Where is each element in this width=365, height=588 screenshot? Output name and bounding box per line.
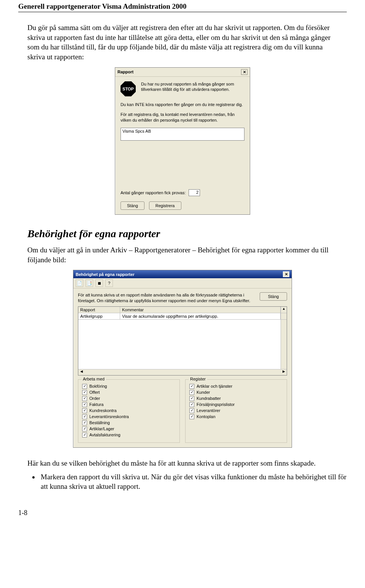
close-button[interactable]: Stäng (121, 201, 144, 210)
register-item[interactable]: ✓Försäljningsprislistor (189, 402, 283, 407)
scroll-up-icon[interactable]: ▲ (281, 307, 287, 313)
checkbox-icon[interactable]: ✓ (189, 390, 194, 395)
scroll-left-icon[interactable]: ◀ (78, 369, 84, 375)
checkbox-icon[interactable]: ✓ (82, 396, 87, 401)
arbeta-label: Bokföring (89, 384, 107, 388)
checkbox-icon[interactable]: ✓ (82, 402, 87, 407)
register-item[interactable]: ✓Kontoplan (189, 414, 283, 419)
section2-intro: Om du väljer att gå in under Arkiv – Rap… (18, 245, 347, 265)
outro-paragraph: Här kan du se vilken behörighet du måste… (18, 458, 347, 468)
dialog-behorighet-info: För att kunna skriva ut en rapport måste… (78, 292, 254, 303)
toolbar-copy-icon[interactable]: 📑 (86, 279, 93, 287)
grid-cell-kommentar: Visar de ackumularade uppgifterna per ar… (120, 313, 281, 319)
arbeta-item[interactable]: ✓Leverantörsreskontra (82, 414, 176, 419)
group-register-title: Register (189, 377, 207, 381)
grid-col-kommentar[interactable]: Kommentar (120, 307, 281, 313)
arbeta-label: Leverantörsreskontra (89, 414, 129, 419)
register-label: Kundrabatter (197, 396, 221, 401)
dialog-rapport: Rapport ✕ STOP Du har nu provat rapporte… (115, 67, 250, 215)
toolbar-help-icon[interactable]: ? (105, 279, 113, 287)
page-number: 1-8 (18, 509, 347, 517)
checkbox-icon[interactable]: ✓ (189, 402, 194, 407)
arbeta-item[interactable]: ✓Avtalsfakturering (82, 433, 176, 437)
register-label: Leverantörer (197, 408, 220, 413)
dialog-rapport-p3: För att registrera dig, ta kontakt med l… (121, 112, 244, 123)
arbeta-label: Offert (89, 390, 100, 395)
dialog-rapport-p2: Du kan INTE köra rapporten fler gånger o… (121, 102, 244, 108)
toolbar-doc-icon[interactable]: 📄 (76, 279, 83, 287)
group-arbeta-med: Arbeta med ✓Bokföring✓Offert✓Order✓Faktu… (78, 379, 180, 443)
count-value: 2 (189, 189, 200, 196)
register-label: Kontoplan (197, 414, 216, 419)
dialog-rapport-title: Rapport (117, 70, 133, 74)
grid-col-rapport[interactable]: Rapport (78, 307, 120, 313)
close-button[interactable]: Stäng (260, 292, 287, 301)
group-arbeta-title: Arbeta med (81, 377, 106, 381)
register-item[interactable]: ✓Kundrabatter (189, 396, 283, 401)
arbeta-label: Kundreskontra (89, 408, 117, 413)
checkbox-icon[interactable]: ✓ (82, 433, 87, 437)
arbeta-label: Artiklar/Lager (89, 426, 114, 431)
checkbox-icon[interactable]: ✓ (82, 420, 87, 425)
arbeta-label: Avtalsfakturering (89, 433, 121, 437)
checkbox-icon[interactable]: ✓ (189, 384, 194, 389)
arbeta-item[interactable]: ✓Artiklar/Lager (82, 426, 176, 431)
close-icon[interactable]: ✕ (241, 69, 248, 75)
arbeta-label: Order (89, 396, 100, 401)
table-row[interactable]: Artikelgrupp Visar de ackumularade uppgi… (78, 313, 287, 320)
grid-cell-rapport: Artikelgrupp (78, 313, 120, 319)
group-register: Register ✓Artiklar och tjänster✓Kunder✓K… (185, 379, 287, 443)
checkbox-icon[interactable]: ✓ (82, 426, 87, 431)
checkbox-icon[interactable]: ✓ (82, 408, 87, 413)
toolbar-stop-icon[interactable]: ⏹ (95, 279, 103, 287)
page-header-title: Generell rapportgenerator Visma Administ… (18, 0, 347, 12)
count-label: Antal gånger rapporten fick provas: (121, 190, 186, 195)
toolbar: 📄 📑 ⏹ ? (73, 278, 292, 288)
header-rule (18, 12, 347, 12)
arbeta-item[interactable]: ✓Faktura (82, 402, 176, 407)
arbeta-item[interactable]: ✓Beställning (82, 420, 176, 425)
outro-bullet-1: Markera den rapport du vill skriva ut. N… (39, 472, 347, 491)
intro-paragraph: Du gör på samma sätt om du väljer att re… (18, 23, 347, 62)
register-label: Försäljningsprislistor (197, 402, 235, 407)
arbeta-item[interactable]: ✓Kundreskontra (82, 408, 176, 413)
arbeta-label: Beställning (89, 420, 110, 425)
arbeta-label: Faktura (89, 402, 103, 407)
vendor-field[interactable]: Visma Spcs AB (121, 128, 244, 141)
register-item[interactable]: ✓Kunder (189, 390, 283, 395)
checkbox-icon[interactable]: ✓ (82, 414, 87, 419)
register-item[interactable]: ✓Leverantörer (189, 408, 283, 413)
checkbox-icon[interactable]: ✓ (189, 408, 194, 413)
dialog-behorighet-title: Behörighet på egna rapporter (76, 272, 135, 277)
checkbox-icon[interactable]: ✓ (82, 384, 87, 389)
reports-grid[interactable]: Rapport Kommentar ▲ Artikelgrupp Visar d… (78, 306, 287, 376)
arbeta-item[interactable]: ✓Bokföring (82, 384, 176, 389)
register-label: Kunder (197, 390, 210, 395)
dialog-behorighet: Behörighet på egna rapporter ✕ 📄 📑 ⏹ ? F… (73, 270, 292, 448)
register-button[interactable]: Registrera (149, 201, 181, 210)
stop-text: Du har nu provat rapporten så många gång… (141, 81, 244, 97)
register-label: Artiklar och tjänster (197, 384, 232, 388)
arbeta-item[interactable]: ✓Offert (82, 390, 176, 395)
checkbox-icon[interactable]: ✓ (189, 396, 194, 401)
section-heading-behorighet: Behörighet för egna rapporter (27, 228, 347, 240)
checkbox-icon[interactable]: ✓ (82, 390, 87, 395)
scroll-right-icon[interactable]: ▶ (281, 369, 287, 375)
close-icon[interactable]: ✕ (283, 271, 289, 277)
register-item[interactable]: ✓Artiklar och tjänster (189, 384, 283, 389)
checkbox-icon[interactable]: ✓ (189, 414, 194, 419)
stop-icon: STOP (121, 81, 136, 97)
arbeta-item[interactable]: ✓Order (82, 396, 176, 401)
